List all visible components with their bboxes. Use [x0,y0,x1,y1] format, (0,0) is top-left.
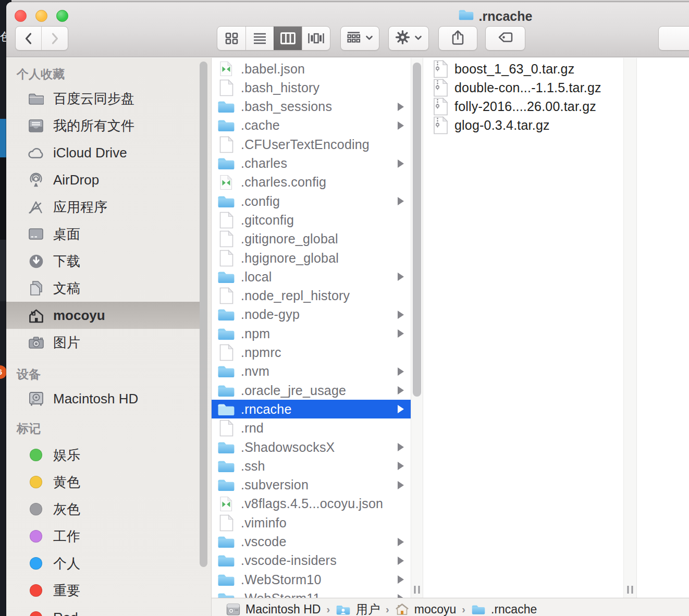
file-row-.charles.config[interactable]: .charles.config [212,173,411,192]
column-resize-handle[interactable] [414,586,420,594]
sidebar-item-下载[interactable]: 下载 [6,248,211,275]
tag-button[interactable] [485,26,525,51]
sidebar-item-重要[interactable]: 重要 [6,577,211,604]
file-row-.CFUserTextEncoding[interactable]: .CFUserTextEncoding [212,135,411,154]
path-item-mocoyu[interactable]: mocoyu [395,602,457,616]
file-row-.vscode-insiders[interactable]: .vscode-insiders [212,551,411,570]
desktop-background-strip: 色A 6 [0,0,6,616]
disclosure-triangle-icon [398,557,404,565]
file-name: .vscode [241,534,287,549]
file-row-.bash_history[interactable]: .bash_history [212,78,411,97]
file-name: .npmrc [241,345,281,360]
sidebar-item-我的所有文件[interactable]: 我的所有文件 [6,112,211,139]
file-row-glog-0.3.4.tar.gz[interactable]: glog-0.3.4.tar.gz [423,116,623,135]
file-row-double-con...-1.1.5.tar.gz[interactable]: double-con...-1.1.5.tar.gz [423,78,623,97]
column-resize-handle[interactable] [628,586,633,594]
folder-icon [216,534,237,549]
sidebar-item-灰色[interactable]: 灰色 [6,496,211,523]
file-row-folly-2016....26.00.tar.gz[interactable]: folly-2016....26.00.tar.gz [423,97,623,116]
file-row-.hgignore_global[interactable]: .hgignore_global [212,249,411,267]
file-row-.bash_sessions[interactable]: .bash_sessions [212,97,411,116]
file-name: .rncache [241,402,292,417]
folder-icon [216,402,237,417]
disclosure-triangle-icon [398,575,404,584]
sidebar-item-桌面[interactable]: 桌面 [6,220,211,248]
column-view-button[interactable] [274,27,302,50]
file-name: .oracle_jre_usage [241,383,346,398]
action-button[interactable] [388,26,429,51]
file-row-.local[interactable]: .local [212,267,411,286]
folder-icon [216,326,237,341]
all-files-icon [27,119,45,133]
file-row-.npmrc[interactable]: .npmrc [212,343,411,362]
sidebar-item-黄色[interactable]: 黄色 [6,469,211,496]
disclosure-triangle-icon [398,481,404,489]
file-row-.WebStorm11[interactable]: .WebStorm11 [212,589,411,598]
sidebar-item-图片[interactable]: 图片 [6,329,211,356]
tag-color-dot [27,449,45,461]
sidebar-item-macintosh-hd[interactable]: Macintosh HD [6,385,211,412]
file-row-.ssh[interactable]: .ssh [212,457,411,475]
column-1-scrollbar[interactable] [413,63,421,397]
sidebar-item-百度云同步盘[interactable]: 百度云同步盘 [6,85,211,112]
path-separator-icon: › [326,603,330,615]
window-header[interactable]: .rncache [6,2,689,57]
path-item-.rncache[interactable]: .rncache [471,602,537,616]
file-name: double-con...-1.1.5.tar.gz [454,80,601,95]
file-row-.babel.json[interactable]: .babel.json [212,59,411,78]
sidebar-item-airdrop[interactable]: AirDrop [6,166,211,193]
path-item-macintosh-hd[interactable]: Macintosh HD [226,602,321,616]
file-row-.config[interactable]: .config [212,192,411,211]
disclosure-triangle-icon [398,367,404,376]
chevron-down-icon [365,34,374,43]
file-row-.WebStorm10[interactable]: .WebStorm10 [212,570,411,589]
file-row-.subversion[interactable]: .subversion [212,476,411,495]
path-item-用户[interactable]: 用户 [336,601,380,616]
forward-button[interactable] [42,27,68,50]
finder-window: .rncache 个人收藏百度云同步盘我的所有文件iCloud [6,2,689,616]
file-row-.npm[interactable]: .npm [212,324,411,343]
path-item-label: .rncache [491,602,537,616]
column-browser: .babel.json.bash_history.bash_sessions.c… [212,58,689,616]
tag-icon [497,31,513,46]
sidebar-item-个人[interactable]: 个人 [6,550,211,577]
desktop-icon [27,228,45,240]
file-row-.node-gyp[interactable]: .node-gyp [212,305,411,324]
file-row-.rncache[interactable]: .rncache [212,400,411,418]
list-view-button[interactable] [245,27,274,50]
arrange-icon [346,31,361,46]
sidebar-item-工作[interactable]: 工作 [6,523,211,550]
applications-icon [27,200,45,214]
sidebar-item-icloud-drive[interactable]: iCloud Drive [6,139,211,166]
file-row-.viminfo[interactable]: .viminfo [212,513,411,532]
sidebar-item-label: 桌面 [53,225,80,243]
sidebar-item-red[interactable]: Red [6,604,211,616]
file-row-boost_1_63_0.tar.gz[interactable]: boost_1_63_0.tar.gz [423,59,623,78]
file-row-.node_repl_history[interactable]: .node_repl_history [212,287,411,305]
file-row-.vscode[interactable]: .vscode [212,533,411,551]
sidebar-scrollbar[interactable] [200,61,207,567]
file-row-.charles[interactable]: .charles [212,154,411,173]
file-row-.rnd[interactable]: .rnd [212,419,411,438]
search-field[interactable] [658,26,689,51]
sidebar-item-label: 黄色 [53,473,80,491]
icon-view-button[interactable] [217,27,245,50]
file-row-.oracle_jre_usage[interactable]: .oracle_jre_usage [212,381,411,400]
coverflow-view-button[interactable] [302,27,330,50]
sidebar-item-label: AirDrop [53,172,99,188]
sidebar-item-应用程序[interactable]: 应用程序 [6,193,211,220]
arrange-button[interactable] [340,26,379,51]
path-bar: Macintosh HD›用户›mocoyu›.rncache [212,598,689,616]
sidebar-item-文稿[interactable]: 文稿 [6,275,211,302]
file-row-.ShadowsocksX[interactable]: .ShadowsocksX [212,438,411,457]
file-row-.gitignore_global[interactable]: .gitignore_global [212,230,411,249]
file-row-.cache[interactable]: .cache [212,116,411,135]
share-button[interactable] [438,26,477,51]
file-row-.gitconfig[interactable]: .gitconfig [212,211,411,229]
sidebar-item-娱乐[interactable]: 娱乐 [6,441,211,469]
tag-color-dot [27,611,45,616]
file-row-.v8flags.4.5...ocoyu.json[interactable]: .v8flags.4.5...ocoyu.json [212,495,411,513]
sidebar-item-mocoyu[interactable]: mocoyu [6,302,200,329]
back-button[interactable] [16,27,42,50]
file-row-.nvm[interactable]: .nvm [212,362,411,381]
